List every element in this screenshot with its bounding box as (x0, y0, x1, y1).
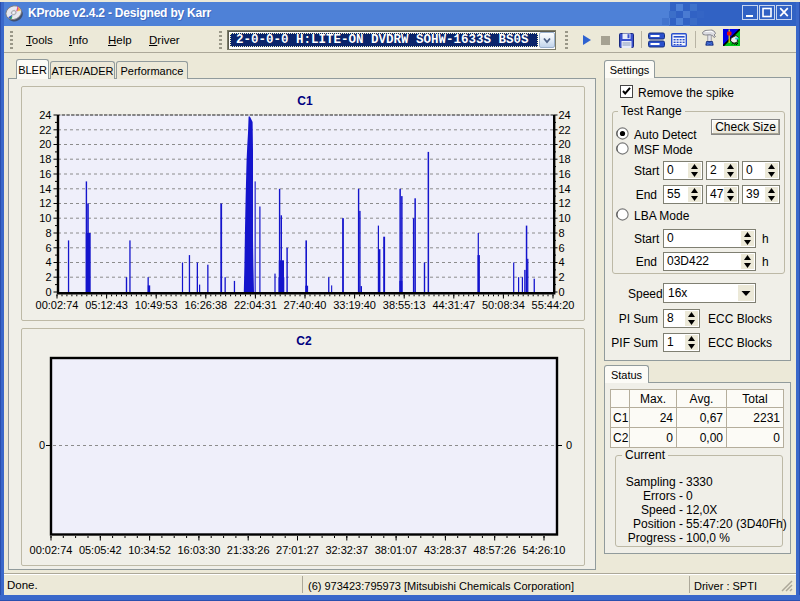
svg-text:16:03:30: 16:03:30 (177, 544, 220, 556)
svg-text:8: 8 (45, 227, 51, 239)
svg-text:0: 0 (45, 286, 51, 298)
svg-text:12: 12 (39, 197, 51, 209)
svg-text:18: 18 (559, 153, 571, 165)
svg-text:54:26:10: 54:26:10 (523, 544, 566, 556)
svg-text:6: 6 (45, 242, 51, 254)
svg-text:12: 12 (559, 197, 571, 209)
svg-text:00:02:74: 00:02:74 (36, 299, 79, 311)
svg-text:24: 24 (39, 109, 51, 121)
svg-text:55:44:20: 55:44:20 (532, 299, 575, 311)
svg-text:6: 6 (559, 242, 565, 254)
svg-text:C2: C2 (296, 334, 312, 348)
svg-text:0: 0 (39, 439, 45, 451)
svg-text:44:31:47: 44:31:47 (432, 299, 475, 311)
svg-text:20: 20 (39, 138, 51, 150)
svg-text:00:02:74: 00:02:74 (30, 544, 73, 556)
svg-text:43:28:37: 43:28:37 (424, 544, 467, 556)
svg-text:16:26:38: 16:26:38 (184, 299, 227, 311)
svg-text:22:04:31: 22:04:31 (234, 299, 277, 311)
svg-text:14: 14 (559, 183, 571, 195)
svg-text:2: 2 (559, 271, 565, 283)
svg-text:21:33:26: 21:33:26 (227, 544, 270, 556)
svg-text:2: 2 (45, 271, 51, 283)
svg-text:33:19:40: 33:19:40 (333, 299, 376, 311)
svg-text:16: 16 (39, 168, 51, 180)
svg-text:4: 4 (45, 256, 51, 268)
svg-text:10:34:52: 10:34:52 (128, 544, 171, 556)
svg-text:24: 24 (559, 109, 571, 121)
svg-text:32:32:37: 32:32:37 (325, 544, 368, 556)
svg-text:38:01:07: 38:01:07 (375, 544, 418, 556)
svg-text:27:01:27: 27:01:27 (276, 544, 319, 556)
svg-text:50:08:34: 50:08:34 (482, 299, 525, 311)
svg-text:27:40:40: 27:40:40 (284, 299, 327, 311)
svg-text:4: 4 (559, 256, 565, 268)
svg-text:14: 14 (39, 183, 51, 195)
svg-text:48:57:26: 48:57:26 (473, 544, 516, 556)
svg-text:10:49:53: 10:49:53 (135, 299, 178, 311)
svg-text:10: 10 (39, 212, 51, 224)
svg-text:38:55:13: 38:55:13 (383, 299, 426, 311)
svg-text:16: 16 (559, 168, 571, 180)
svg-text:10: 10 (559, 212, 571, 224)
svg-text:20: 20 (559, 138, 571, 150)
svg-text:22: 22 (39, 124, 51, 136)
svg-text:0: 0 (559, 286, 565, 298)
svg-text:05:05:42: 05:05:42 (79, 544, 122, 556)
svg-text:22: 22 (559, 124, 571, 136)
svg-text:18: 18 (39, 153, 51, 165)
svg-text:0: 0 (566, 439, 572, 451)
svg-text:C1: C1 (297, 94, 313, 108)
svg-text:05:12:43: 05:12:43 (85, 299, 128, 311)
svg-text:8: 8 (559, 227, 565, 239)
